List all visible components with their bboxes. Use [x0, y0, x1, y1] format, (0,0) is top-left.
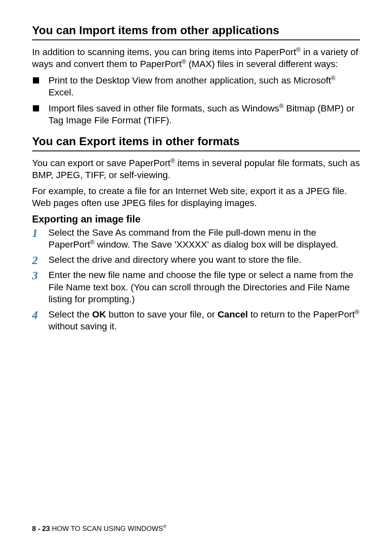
text: to return to the PaperPort	[248, 309, 355, 320]
heading-import: You can Import items from other applicat…	[32, 24, 360, 40]
text: Enter the new file name and choose the f…	[48, 270, 353, 304]
registered-mark: ®	[279, 103, 284, 109]
page-number: 8 - 23	[32, 525, 50, 533]
text: Excel.	[48, 87, 74, 97]
export-para2: For example, to create a file for an Int…	[32, 185, 360, 209]
text: without saving it.	[48, 321, 117, 331]
list-item: Import files saved in other file formats…	[32, 102, 360, 127]
text: Print to the Desktop View from another a…	[48, 75, 331, 86]
text: window. The Save 'XXXXX' as dialog box w…	[95, 239, 339, 250]
export-para1: You can export or save PaperPort® items …	[32, 157, 360, 181]
cancel-label: Cancel	[217, 309, 248, 320]
text: Select the	[48, 309, 92, 320]
registered-mark: ®	[182, 58, 186, 65]
text: In addition to scanning items, you can b…	[32, 47, 296, 57]
registered-mark: ®	[331, 74, 335, 81]
document-page: You can Import items from other applicat…	[0, 0, 392, 556]
ok-label: OK	[92, 309, 106, 320]
text: (MAX) files in several different ways:	[186, 59, 338, 69]
registered-mark: ®	[296, 46, 301, 53]
list-item: Select the drive and directory where you…	[32, 254, 360, 266]
footer-title: HOW TO SCAN USING WINDOWS	[50, 525, 163, 533]
import-bullets: Print to the Desktop View from another a…	[32, 74, 360, 127]
page-footer: 8 - 23 HOW TO SCAN USING WINDOWS®	[32, 525, 166, 533]
registered-mark: ®	[355, 309, 359, 315]
list-item: Select the Save As command from the File…	[32, 227, 360, 251]
registered-mark: ®	[90, 239, 95, 245]
import-intro: In addition to scanning items, you can b…	[32, 46, 360, 70]
list-item: Print to the Desktop View from another a…	[32, 74, 360, 99]
text: Select the drive and directory where you…	[48, 255, 301, 265]
list-item: Enter the new file name and choose the f…	[32, 269, 360, 305]
export-steps: Select the Save As command from the File…	[32, 227, 360, 333]
text: You can export or save PaperPort	[32, 158, 171, 168]
registered-mark: ®	[163, 524, 166, 529]
text: Import files saved in other file formats…	[48, 103, 279, 114]
subheading-exporting: Exporting an image file	[32, 213, 360, 225]
heading-export: You can Export items in other formats	[32, 135, 360, 151]
registered-mark: ®	[171, 157, 175, 164]
text: button to save your file, or	[106, 309, 217, 320]
list-item: Select the OK button to save your file, …	[32, 308, 360, 333]
